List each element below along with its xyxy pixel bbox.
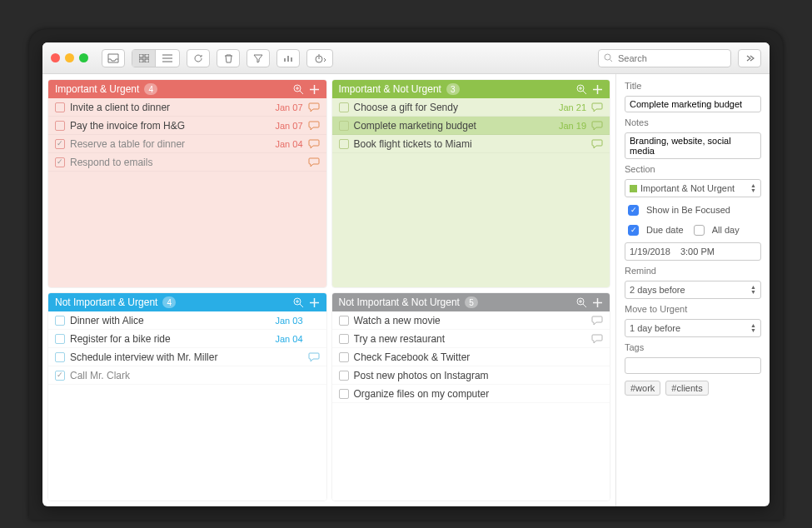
comment-icon[interactable] xyxy=(308,121,320,131)
filter-button[interactable] xyxy=(247,49,270,67)
task-title: Schedule interview with Mr. Miller xyxy=(70,351,303,363)
add-task-icon[interactable] xyxy=(592,84,603,95)
task-row[interactable]: Dinner with AliceJan 03 xyxy=(48,311,326,330)
chevron-updown-icon: ▲▼ xyxy=(750,183,756,193)
task-row[interactable]: Call Mr. Clark xyxy=(48,366,326,385)
comment-icon[interactable] xyxy=(308,102,320,112)
refresh-button[interactable] xyxy=(187,49,210,67)
quadrant-count: 5 xyxy=(465,296,478,308)
task-row[interactable]: Reserve a table for dinnerJan 04 xyxy=(48,135,326,153)
task-checkbox[interactable] xyxy=(339,316,349,326)
comment-icon[interactable] xyxy=(308,316,320,326)
task-checkbox[interactable] xyxy=(55,371,65,381)
comment-icon[interactable] xyxy=(591,102,603,112)
task-checkbox[interactable] xyxy=(339,139,349,149)
title-input[interactable] xyxy=(625,96,761,112)
task-checkbox[interactable] xyxy=(339,371,349,381)
task-row[interactable]: Check Facebook & Twitter xyxy=(332,348,610,366)
svg-rect-1 xyxy=(145,54,149,57)
task-row[interactable]: Respond to emails xyxy=(48,153,326,172)
timer-button[interactable] xyxy=(306,49,333,67)
duedate-label: Due date xyxy=(646,225,684,235)
comment-icon[interactable] xyxy=(591,334,603,344)
allday-label: All day xyxy=(712,225,740,235)
task-checkbox[interactable] xyxy=(55,334,65,344)
minimize-window-button[interactable] xyxy=(65,53,74,62)
maximize-window-button[interactable] xyxy=(79,53,88,62)
comment-icon[interactable] xyxy=(591,121,603,131)
tag-chip[interactable]: #clients xyxy=(665,381,708,396)
task-title: Organize files on my computer xyxy=(354,388,587,400)
trash-button[interactable] xyxy=(217,49,240,67)
task-row[interactable]: Schedule interview with Mr. Miller xyxy=(48,348,326,366)
task-checkbox[interactable] xyxy=(55,102,65,112)
comment-icon[interactable] xyxy=(591,352,603,362)
add-task-icon[interactable] xyxy=(309,84,320,95)
comment-icon[interactable] xyxy=(308,371,320,381)
task-row[interactable]: Pay the invoice from H&GJan 07 xyxy=(48,117,326,135)
section-label: Section xyxy=(625,164,761,174)
task-checkbox[interactable] xyxy=(55,352,65,362)
show-befocused-checkbox[interactable] xyxy=(628,205,639,216)
comment-icon[interactable] xyxy=(591,316,603,326)
task-checkbox[interactable] xyxy=(339,121,349,131)
allday-checkbox[interactable] xyxy=(694,225,705,236)
task-checkbox[interactable] xyxy=(339,389,349,399)
tags-label: Tags xyxy=(625,342,761,352)
comment-icon[interactable] xyxy=(591,371,603,381)
list-view-button[interactable] xyxy=(156,50,179,67)
due-time-value: 3:00 PM xyxy=(680,247,715,257)
task-row[interactable]: Watch a new movie xyxy=(332,311,610,330)
comment-icon[interactable] xyxy=(308,157,320,167)
toggle-sidebar-button[interactable] xyxy=(738,49,761,67)
comment-icon[interactable] xyxy=(591,139,603,149)
close-window-button[interactable] xyxy=(51,53,60,62)
quadrant-count: 3 xyxy=(446,83,460,95)
task-row[interactable]: Register for a bike rideJan 04 xyxy=(48,330,326,348)
task-title: Dinner with Alice xyxy=(70,315,270,326)
comment-icon[interactable] xyxy=(308,334,320,344)
add-task-icon[interactable] xyxy=(309,297,320,308)
duedate-checkbox[interactable] xyxy=(628,225,639,236)
stats-button[interactable] xyxy=(276,49,300,67)
tags-input[interactable] xyxy=(625,357,761,374)
comment-icon[interactable] xyxy=(591,389,603,399)
task-row[interactable]: Organize files on my computer xyxy=(332,385,610,403)
zoom-icon[interactable] xyxy=(293,84,304,95)
task-checkbox[interactable] xyxy=(55,316,65,326)
move-select[interactable]: 1 day before ▲▼ xyxy=(625,319,761,337)
tag-chip[interactable]: #work xyxy=(625,381,660,396)
task-checkbox[interactable] xyxy=(339,352,349,362)
notes-label: Notes xyxy=(625,117,761,127)
notes-textarea[interactable]: Branding, website, social media xyxy=(625,132,761,159)
search-input[interactable] xyxy=(616,52,735,64)
task-row[interactable]: Book flight tickets to Miami xyxy=(332,135,610,153)
zoom-icon[interactable] xyxy=(576,84,587,95)
section-select[interactable]: Important & Not Urgent ▲▼ xyxy=(625,179,761,197)
due-date-field[interactable]: 1/19/2018 3:00 PM xyxy=(625,242,761,261)
task-checkbox[interactable] xyxy=(339,102,349,112)
remind-select[interactable]: 2 days before ▲▼ xyxy=(625,281,761,299)
task-title: Watch a new movie xyxy=(354,315,587,326)
task-checkbox[interactable] xyxy=(55,121,65,131)
zoom-icon[interactable] xyxy=(576,297,587,308)
task-row[interactable]: Complete marketing budgetJan 19 xyxy=(332,117,610,135)
grid-view-button[interactable] xyxy=(132,50,156,67)
task-row[interactable]: Choose a gift for SendyJan 21 xyxy=(332,98,610,117)
zoom-icon[interactable] xyxy=(293,297,304,308)
quadrant-title: Not Important & Not Urgent xyxy=(339,296,460,308)
task-checkbox[interactable] xyxy=(339,334,349,344)
task-title: Choose a gift for Sendy xyxy=(354,102,554,113)
window-controls xyxy=(51,53,88,62)
comment-icon[interactable] xyxy=(308,352,320,362)
task-checkbox[interactable] xyxy=(55,157,65,167)
add-task-icon[interactable] xyxy=(592,297,603,308)
task-row[interactable]: Try a new restaurant xyxy=(332,330,610,348)
task-checkbox[interactable] xyxy=(55,139,65,149)
task-row[interactable]: Post new photos on Instagram xyxy=(332,366,610,385)
task-row[interactable]: Invite a client to dinnerJan 07 xyxy=(48,98,326,117)
inbox-button[interactable] xyxy=(102,49,125,67)
quadrant-body: Invite a client to dinnerJan 07Pay the i… xyxy=(48,98,326,287)
comment-icon[interactable] xyxy=(308,139,320,149)
search-icon xyxy=(604,53,613,62)
